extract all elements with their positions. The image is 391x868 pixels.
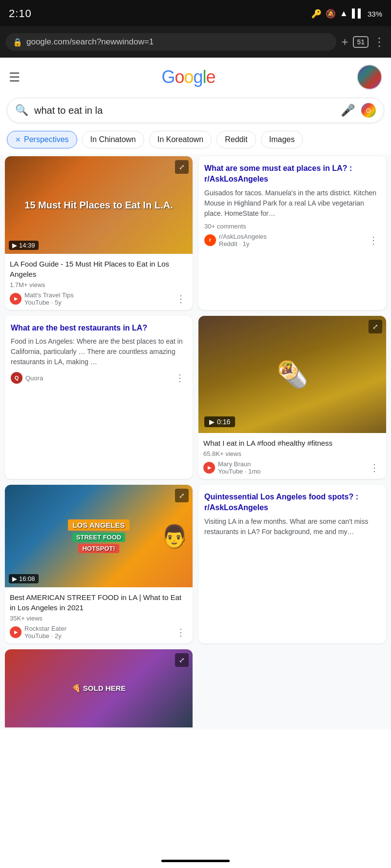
chip-images[interactable]: Images — [261, 131, 303, 148]
source-info-quora: Q Quora — [11, 372, 43, 384]
source-name-street-food: Rockstar Eater — [24, 625, 66, 632]
url-bar[interactable]: 🔒 google.com/search?newwindow=1 — [6, 33, 336, 51]
source-avatar-street-food: ▶ — [10, 626, 22, 638]
source-platform-burrito: YouTube · 1mo — [218, 468, 261, 475]
source-avatar-reddit: r — [204, 234, 216, 246]
search-query[interactable]: what to eat in la — [34, 105, 335, 116]
lock-icon: 🔒 — [13, 38, 22, 47]
source-info-street-food: ▶ Rockstar Eater YouTube · 2y — [10, 625, 66, 640]
expand-button-street-food[interactable]: ⤢ — [175, 489, 189, 502]
chip-in-koreatown-label: In Koreatown — [157, 135, 203, 144]
result-source-row-street-food: ▶ Rockstar Eater YouTube · 2y ⋮ — [10, 625, 188, 640]
source-name-reddit: r/AskLosAngeles — [219, 233, 267, 240]
result-desc-reddit: Guisados for tacos. Manuela's in the art… — [204, 188, 380, 219]
result-views-burrito: 65.8K+ views — [203, 450, 381, 457]
chip-perspectives[interactable]: ✕ Perspectives — [7, 131, 77, 148]
results-grid: 15 Must Hit Places to Eat In L.A. ▶ 14:3… — [5, 156, 386, 727]
source-name-quora: Quora — [25, 374, 43, 382]
results-container: 15 Must Hit Places to Eat In L.A. ▶ 14:3… — [0, 154, 391, 729]
battery-level: 33% — [368, 10, 382, 18]
result-source-row-card1: ▶ Matt's Travel Tips YouTube · 5y ⋮ — [10, 291, 188, 306]
chip-in-chinatown[interactable]: In Chinatown — [82, 131, 144, 148]
result-comments-reddit: 30+ comments — [204, 223, 380, 230]
result-views-card1: 1.7M+ views — [10, 281, 188, 289]
source-avatar-quora: Q — [11, 372, 22, 384]
signal-icon: ▌▌ — [352, 9, 364, 19]
chip-reddit[interactable]: Reddit — [217, 131, 256, 148]
duration-badge-burrito: ▶ 0:16 — [204, 416, 235, 427]
result-thumb-partial: 🍕 SOLD HERE ⤢ — [5, 649, 193, 727]
hamburger-menu-icon[interactable]: ☰ — [9, 70, 20, 85]
key-icon: 🔑 — [311, 9, 322, 19]
result-card-reddit-must-eat[interactable]: What are some must eat places in LA? : r… — [198, 156, 386, 310]
expand-button-burrito[interactable]: ⤢ — [369, 320, 382, 333]
user-avatar[interactable] — [357, 64, 382, 90]
filter-chips: ✕ Perspectives In Chinatown In Koreatown… — [0, 129, 391, 154]
source-name-burrito: Mary Braun — [218, 460, 261, 468]
thumb-image-partial: 🍕 SOLD HERE — [5, 649, 193, 727]
result-card-street-food[interactable]: LOS ANGELES STREET FOOD HOTSPOT! 👨 ▶ 16:… — [5, 485, 193, 643]
source-name-card1: Matt's Travel Tips — [24, 291, 74, 299]
result-title-card1: LA Food Guide - 15 Must Hit Places to Ea… — [10, 259, 188, 279]
result-card-quintessential[interactable]: Quintessential Los Angeles food spots? :… — [198, 485, 386, 643]
source-platform-reddit: Reddit · 1y — [219, 240, 267, 248]
more-options-reddit[interactable]: ⋮ — [367, 233, 380, 247]
search-bar-container: 🔍 what to eat in la 🎤 ⊙ — [0, 95, 391, 129]
chip-perspectives-label: Perspectives — [24, 135, 69, 144]
more-options-quora[interactable]: ⋮ — [173, 371, 187, 385]
add-tab-button[interactable]: + — [341, 35, 348, 49]
source-avatar-burrito: ▶ — [203, 462, 215, 474]
mute-icon: 🔕 — [326, 9, 336, 19]
result-title-reddit: What are some must eat places in LA? : r… — [204, 163, 380, 185]
result-card-la-food-guide[interactable]: 15 Must Hit Places to Eat In L.A. ▶ 14:3… — [5, 156, 193, 310]
logo-letter-o1: o — [174, 67, 184, 87]
more-options-button[interactable]: ⋮ — [373, 35, 385, 49]
thumb-text-partial: 🍕 SOLD HERE — [72, 684, 126, 693]
chip-in-koreatown[interactable]: In Koreatown — [149, 131, 212, 148]
duration-text-card1: 14:39 — [19, 242, 35, 249]
more-options-burrito[interactable]: ⋮ — [368, 461, 381, 475]
url-text: google.com/search?newwindow=1 — [26, 37, 153, 47]
duration-badge-street-food: ▶ 16:08 — [9, 574, 39, 583]
source-info-reddit: r r/AskLosAngeles Reddit · 1y — [204, 233, 267, 248]
street-food-badge: STREET FOOD — [72, 533, 125, 542]
more-options-card1[interactable]: ⋮ — [174, 292, 188, 306]
microphone-icon[interactable]: 🎤 — [341, 103, 355, 117]
result-title-burrito: What I eat in LA #food #healthy #fitness — [203, 438, 381, 448]
google-logo: G o o g l e — [161, 67, 215, 87]
result-desc-quora: Food in Los Angeles: Where are the best … — [11, 336, 187, 367]
tab-count[interactable]: 51 — [353, 36, 369, 48]
logo-letter-g: G — [161, 67, 174, 87]
result-body-card1: LA Food Guide - 15 Must Hit Places to Ea… — [5, 254, 193, 310]
hotspot-badge: HOTSPOT! — [78, 544, 119, 553]
thumb-text-la-food-guide: 15 Must Hit Places to Eat In L.A. — [24, 199, 173, 211]
result-card-partial[interactable]: 🍕 SOLD HERE ⤢ — [5, 649, 193, 727]
chip-close-icon[interactable]: ✕ — [15, 136, 21, 144]
source-avatar-card1: ▶ — [10, 293, 22, 305]
result-desc-quintessential: Visiting LA in a few months. What are so… — [204, 517, 380, 537]
result-thumb-burrito: 🌯 ⤢ ▶ 0:16 — [198, 316, 386, 433]
search-icon: 🔍 — [15, 104, 28, 117]
google-lens-icon[interactable]: ⊙ — [361, 103, 376, 118]
search-bar[interactable]: 🔍 what to eat in la 🎤 ⊙ — [7, 98, 384, 123]
home-bar — [0, 853, 391, 868]
status-bar: 2:10 🔑 🔕 ▲ ▌▌ 33% — [0, 0, 391, 26]
duration-text-street-food: 16:08 — [19, 575, 35, 582]
result-thumb-la-food-guide: 15 Must Hit Places to Eat In L.A. ▶ 14:3… — [5, 156, 193, 254]
result-card-burrito[interactable]: 🌯 ⤢ ▶ 0:16 What I eat in LA #food #healt… — [198, 316, 386, 479]
chip-in-chinatown-label: In Chinatown — [90, 135, 136, 144]
result-card-quora[interactable]: What are the best restaurants in LA? Foo… — [5, 316, 193, 479]
status-icons: 🔑 🔕 ▲ ▌▌ 33% — [311, 9, 382, 19]
result-source-row-burrito: ▶ Mary Braun YouTube · 1mo ⋮ — [203, 460, 381, 475]
result-body-street-food: Best AMERICAN STREET FOOD in LA | What t… — [5, 587, 193, 643]
los-angeles-badge: LOS ANGELES — [68, 519, 130, 531]
logo-letter-e: e — [206, 67, 216, 87]
duration-text-burrito: 0:16 — [217, 418, 230, 426]
result-views-street-food: 35K+ views — [10, 615, 188, 622]
expand-button-card1[interactable]: ⤢ — [175, 160, 189, 174]
thumb-image-la-food-guide: 15 Must Hit Places to Eat In L.A. — [5, 156, 193, 254]
source-info-card1: ▶ Matt's Travel Tips YouTube · 5y — [10, 291, 74, 306]
more-options-street-food[interactable]: ⋮ — [174, 625, 188, 639]
logo-letter-g2: g — [194, 67, 203, 87]
expand-button-partial[interactable]: ⤢ — [175, 653, 189, 667]
